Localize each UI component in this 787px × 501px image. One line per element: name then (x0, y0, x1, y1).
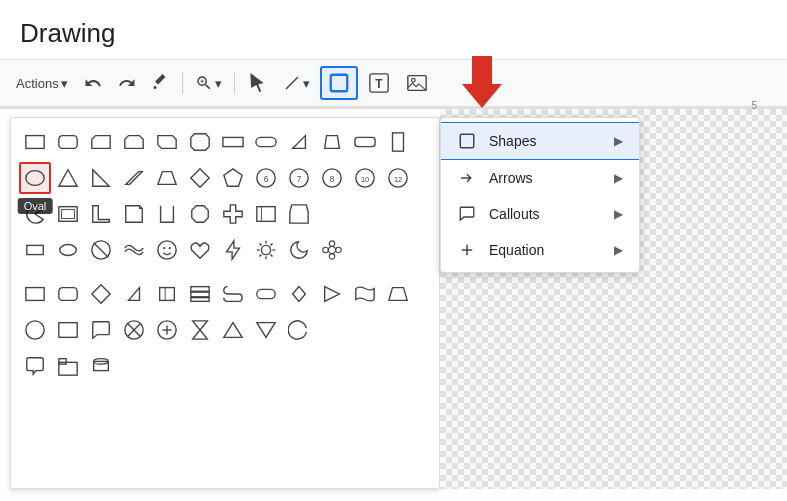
shape-r4[interactable] (118, 278, 150, 310)
shape-rounded-rect2[interactable] (250, 126, 282, 158)
shape-circle7[interactable]: 7 (283, 162, 315, 194)
shape-r5[interactable] (151, 278, 183, 310)
shape-r2[interactable] (52, 278, 84, 310)
shape-pentagon[interactable] (217, 162, 249, 194)
shape-sm-rect[interactable] (19, 234, 51, 266)
zoom-icon (195, 74, 213, 92)
line-button[interactable]: ▾ (277, 70, 316, 96)
shape-r10[interactable] (316, 278, 348, 310)
svg-rect-73 (191, 292, 209, 297)
shape-no-entry[interactable] (85, 234, 117, 266)
shape-t1[interactable] (19, 350, 51, 382)
svg-marker-23 (191, 169, 209, 187)
shape-bracket[interactable] (151, 198, 183, 230)
shape-trapezoid[interactable] (316, 126, 348, 158)
shape-smiley[interactable] (151, 234, 183, 266)
shape-s4[interactable] (118, 314, 150, 346)
shape-r11[interactable] (349, 278, 381, 310)
svg-marker-39 (192, 206, 209, 223)
image-icon (406, 72, 428, 94)
svg-text:8: 8 (330, 175, 335, 184)
shape-s8[interactable] (250, 314, 282, 346)
shape-snip2-rect[interactable] (118, 126, 150, 158)
shape-t3[interactable] (85, 350, 117, 382)
shape-wide-rect[interactable] (217, 126, 249, 158)
menu-item-shapes[interactable]: Shapes ▶ (441, 122, 639, 160)
shape-s9[interactable] (283, 314, 315, 346)
shape-s6[interactable] (184, 314, 216, 346)
svg-rect-74 (191, 298, 209, 302)
shape-frame[interactable] (52, 198, 84, 230)
select-button[interactable] (241, 69, 273, 97)
shapes-panel: Oval (10, 117, 440, 489)
shape-snip-all[interactable] (184, 126, 216, 158)
svg-marker-77 (325, 287, 340, 302)
text-button[interactable]: T (362, 68, 396, 98)
shape-parallelogram[interactable] (283, 126, 315, 158)
shape-snip-rect[interactable] (85, 126, 117, 158)
shape-flow[interactable] (250, 198, 282, 230)
shapes-button[interactable] (320, 66, 358, 100)
shape-moon[interactable] (283, 234, 315, 266)
shape-s3[interactable] (85, 314, 117, 346)
menu-item-equation[interactable]: Equation ▶ (441, 232, 639, 268)
shape-circle12[interactable]: 12 (382, 162, 414, 194)
equation-menu-label: Equation (489, 242, 602, 258)
shape-t2[interactable] (52, 350, 84, 382)
undo-button[interactable] (78, 70, 108, 96)
svg-rect-7 (59, 136, 77, 149)
shape-plus[interactable] (217, 198, 249, 230)
svg-rect-41 (257, 207, 275, 222)
svg-text:10: 10 (361, 175, 369, 184)
shape-cloud[interactable] (283, 198, 315, 230)
actions-button[interactable]: Actions ▾ (10, 72, 74, 95)
shape-para2[interactable] (118, 162, 150, 194)
menu-item-arrows[interactable]: Arrows ▶ (441, 160, 639, 196)
shapes-icon (328, 72, 350, 94)
shape-s1[interactable] (19, 314, 51, 346)
redo-button[interactable] (112, 70, 142, 96)
shape-s5[interactable] (151, 314, 183, 346)
shape-rounded-rect[interactable] (52, 126, 84, 158)
svg-point-48 (158, 241, 176, 259)
shape-l[interactable] (85, 198, 117, 230)
shape-triangle[interactable] (52, 162, 84, 194)
paint-format-button[interactable] (146, 70, 176, 96)
shape-rect3[interactable] (151, 126, 183, 158)
shape-r1[interactable] (19, 278, 51, 310)
shape-folded[interactable] (118, 198, 150, 230)
shape-right-triangle[interactable] (85, 162, 117, 194)
shape-diamond[interactable] (184, 162, 216, 194)
zoom-button[interactable]: ▾ (189, 70, 228, 96)
shape-s2[interactable] (52, 314, 84, 346)
svg-point-64 (323, 247, 329, 253)
svg-line-47 (94, 243, 109, 258)
shape-sun[interactable] (250, 234, 282, 266)
shape-trap2[interactable] (151, 162, 183, 194)
shape-heart[interactable] (184, 234, 216, 266)
shape-circle6[interactable]: 6 (250, 162, 282, 194)
shape-circle10[interactable]: 10 (349, 162, 381, 194)
shape-sm-oval[interactable] (52, 234, 84, 266)
shape-cut-rect[interactable] (184, 198, 216, 230)
shape-rect-tall[interactable] (382, 126, 414, 158)
svg-point-62 (329, 241, 335, 247)
shape-r7[interactable] (217, 278, 249, 310)
shape-r12[interactable] (382, 278, 414, 310)
shape-rectangle[interactable] (19, 126, 51, 158)
shape-lightning[interactable] (217, 234, 249, 266)
shape-s7[interactable] (217, 314, 249, 346)
shape-wave[interactable] (118, 234, 150, 266)
svg-point-49 (163, 247, 165, 249)
callouts-menu-icon (457, 204, 477, 224)
shape-r3[interactable] (85, 278, 117, 310)
shape-oval[interactable]: Oval (19, 162, 51, 194)
shape-r8[interactable] (250, 278, 282, 310)
shape-flower[interactable] (316, 234, 348, 266)
shape-rect-extra[interactable] (349, 126, 381, 158)
shape-circle8[interactable]: 8 (316, 162, 348, 194)
shape-r9[interactable] (283, 278, 315, 310)
shape-r6[interactable] (184, 278, 216, 310)
image-button[interactable] (400, 68, 434, 98)
menu-item-callouts[interactable]: Callouts ▶ (441, 196, 639, 232)
